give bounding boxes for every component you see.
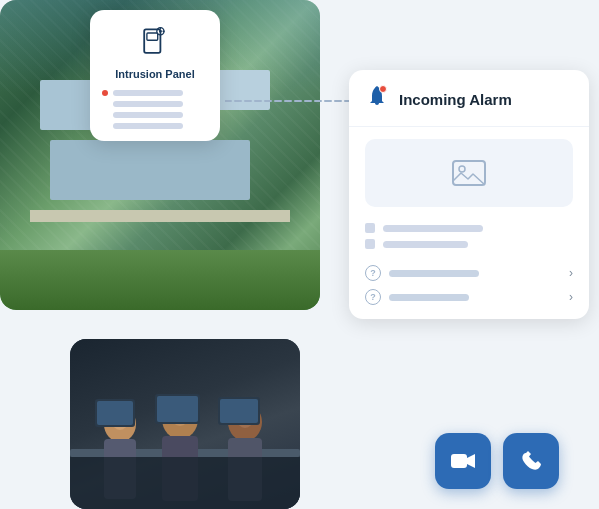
image-placeholder-icon [451,155,487,191]
accordion-left-1: ? [365,265,479,281]
alarm-info-rows [349,219,589,259]
accordion-left-2: ? [365,289,469,305]
alarm-image-area [365,139,573,207]
phone-call-button[interactable] [503,433,559,489]
intrusion-rows [102,90,208,129]
row-bar-3 [113,112,183,118]
accordion-item-2[interactable]: ? › [365,289,573,305]
alarm-title: Incoming Alarm [399,91,512,108]
question-icon-1: ? [365,265,381,281]
status-dot-empty-2 [102,112,108,118]
chevron-icon-2: › [569,290,573,304]
video-icon [450,451,476,471]
info-bar-1 [383,225,483,232]
svg-point-22 [159,30,162,33]
intrusion-row-3 [102,112,208,118]
row-bar-4 [113,123,183,129]
main-scene: Intrusion Panel [0,0,599,509]
intrusion-row-1 [102,90,208,96]
callcenter-photo [70,339,300,509]
svg-rect-18 [147,33,158,40]
row-bar-2 [113,101,183,107]
alarm-info-row-2 [365,239,573,249]
alarm-header: Incoming Alarm [349,70,589,127]
info-bar-2 [383,241,468,248]
svg-rect-27 [451,454,467,468]
intrusion-row-4 [102,123,208,129]
svg-rect-16 [70,457,300,509]
connector-line [225,100,355,102]
svg-rect-10 [157,396,198,422]
chevron-icon-1: › [569,266,573,280]
question-icon-2: ? [365,289,381,305]
accordion-item-1[interactable]: ? › [365,265,573,281]
info-checkbox-1 [365,223,375,233]
panel-icon [137,24,173,60]
svg-rect-5 [97,401,133,425]
alarm-info-row-1 [365,223,573,233]
alarm-accordion: ? › ? › [349,259,589,319]
svg-point-24 [380,86,387,93]
intrusion-card-title: Intrusion Panel [102,68,208,80]
action-buttons [435,433,559,489]
info-checkbox-2 [365,239,375,249]
row-bar-1 [113,90,183,96]
phone-icon [520,450,542,472]
status-dot-red [102,90,108,96]
video-call-button[interactable] [435,433,491,489]
intrusion-panel-card: Intrusion Panel [90,10,220,141]
bell-icon [365,84,389,114]
accordion-bar-2 [389,294,469,301]
dashed-line-svg [225,96,355,106]
accordion-bar-1 [389,270,479,277]
status-dot-empty-3 [102,123,108,129]
svg-point-26 [459,166,465,172]
panel-icon-container [102,24,208,60]
intrusion-row-2 [102,101,208,107]
alarm-card: Incoming Alarm ? [349,70,589,319]
svg-rect-15 [220,399,258,423]
status-dot-empty-1 [102,101,108,107]
